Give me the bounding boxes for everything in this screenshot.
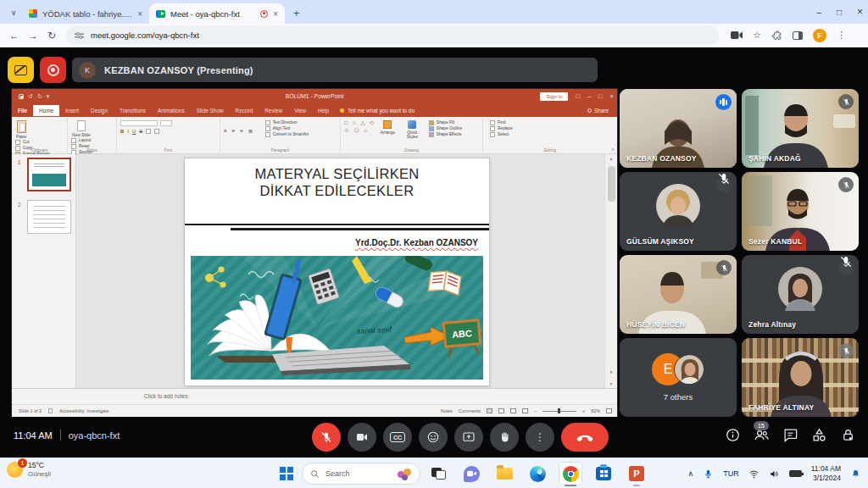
tray-clock[interactable]: 11:04 AM 3/1/2024 <box>811 464 841 483</box>
language-indicator[interactable]: TUR <box>723 469 739 478</box>
ppt-notes-pane[interactable]: Click to add notes <box>12 388 617 404</box>
text-direction-button[interactable]: Text Direction <box>265 119 309 125</box>
new-tab-button[interactable]: + <box>293 7 300 19</box>
list-align-icons[interactable]: ≡ ≡ ≡ ≣ <box>224 128 254 134</box>
wifi-icon[interactable] <box>748 469 760 480</box>
find-button[interactable]: Find <box>490 119 513 125</box>
ppt-tab-home[interactable]: Home <box>33 105 59 116</box>
present-button[interactable] <box>454 423 483 452</box>
slide-thumbnail-2[interactable] <box>27 200 71 234</box>
ppt-close-button[interactable]: × <box>610 92 614 100</box>
normal-view-icon[interactable] <box>487 408 492 413</box>
italic-button[interactable]: I <box>127 129 129 134</box>
next-slide-icon[interactable]: ▼ <box>605 381 617 386</box>
chat-app-button[interactable] <box>460 463 482 485</box>
tile-sahin[interactable]: ŞAHİN AKDAĞ <box>742 89 859 168</box>
font-name-box[interactable] <box>120 120 158 126</box>
site-settings-icon[interactable] <box>75 31 84 40</box>
stop-presenting-button[interactable] <box>8 57 34 83</box>
tab-yodak[interactable]: YÖDAK tablo - fahriye.altinay@ × <box>22 3 149 24</box>
recording-indicator-button[interactable] <box>40 57 66 83</box>
arrange-button[interactable]: Arrange <box>381 120 395 135</box>
change-case-button[interactable] <box>154 129 159 134</box>
start-button[interactable] <box>280 467 293 480</box>
scrollbar-thumb[interactable] <box>608 166 615 202</box>
tile-huseyin[interactable]: HÜSEYİN BİCEN <box>620 255 737 334</box>
reading-view-icon[interactable] <box>510 408 516 413</box>
ppt-tab-review[interactable]: Review <box>259 105 288 116</box>
accessibility-status[interactable]: Accessibility: Investigate <box>59 408 108 413</box>
comments-toggle[interactable]: Comments <box>459 408 481 413</box>
font-size-box[interactable] <box>160 120 172 126</box>
zoom-out-icon[interactable]: − <box>534 408 537 413</box>
tile-fahriye[interactable]: FAHRİYE ALTINAY <box>742 338 859 417</box>
cut-button[interactable]: Cut <box>15 139 50 145</box>
profile-avatar[interactable]: F <box>813 29 826 42</box>
shape-outline-button[interactable]: Shape Outline <box>429 125 462 131</box>
ppt-tab-view[interactable]: View <box>288 105 312 116</box>
ppt-tab-design[interactable]: Design <box>85 105 114 116</box>
file-explorer-button[interactable] <box>493 463 515 485</box>
taskbar-search[interactable]: Search <box>302 463 420 485</box>
ppt-ribbon-options-icon[interactable]: □ <box>576 92 580 100</box>
ppt-tell-me[interactable]: Tell me what you want to do <box>340 108 415 114</box>
weather-widget[interactable]: 1 15°C Güneşli <box>7 461 51 479</box>
tab-close-icon[interactable]: × <box>137 9 142 19</box>
scroll-down-icon[interactable]: ▼ <box>605 369 617 374</box>
align-text-button[interactable]: Align Text <box>265 125 309 131</box>
extensions-icon[interactable] <box>771 30 782 41</box>
ppt-vertical-scrollbar[interactable]: ▲ ▼ ▼ <box>604 154 617 388</box>
mic-toggle-button[interactable] <box>312 423 341 452</box>
bookmark-star-icon[interactable]: ☆ <box>753 30 761 41</box>
smartart-button[interactable]: Convert to SmartArt <box>265 131 309 137</box>
chat-icon[interactable] <box>782 427 798 443</box>
new-slide-button[interactable]: New Slide <box>72 120 91 137</box>
ppt-minimize-button[interactable]: – <box>587 92 591 100</box>
zoom-in-icon[interactable]: + <box>582 408 585 413</box>
leave-call-button[interactable] <box>561 423 609 452</box>
address-bar[interactable]: meet.google.com/oya-qbcn-fxt <box>66 26 719 45</box>
task-view-button[interactable] <box>427 463 449 485</box>
char-spacing-button[interactable] <box>146 129 151 134</box>
tab-capture-icon[interactable] <box>731 30 743 40</box>
slide-sorter-icon[interactable] <box>498 408 504 413</box>
tile-zehra[interactable]: Zehra Altınay <box>742 255 859 334</box>
camera-toggle-button[interactable] <box>348 423 376 452</box>
underline-button[interactable]: U <box>132 129 136 134</box>
reload-button[interactable]: ↻ <box>42 30 61 42</box>
slideshow-view-icon[interactable] <box>522 408 528 413</box>
ppt-slide-canvas[interactable]: MATERYAL SEÇİLİRKEN DİKKAT EDİLECEKLER Y… <box>76 154 604 388</box>
tile-sezer[interactable]: Sezer KANBUL <box>742 172 859 251</box>
tab-meet[interactable]: Meet - oya-qbcn-fxt × <box>149 3 285 24</box>
tile-gulsum[interactable]: GÜLSÜM AŞIKSOY <box>620 172 737 251</box>
scroll-up-icon[interactable]: ▲ <box>605 156 617 161</box>
ppt-restore-button[interactable]: □ <box>598 92 603 100</box>
store-button[interactable] <box>593 463 615 485</box>
browser-menu-icon[interactable]: ⋮ <box>837 30 846 41</box>
shape-effects-button[interactable]: Shape Effects <box>429 131 462 137</box>
layout-button[interactable]: Layout <box>71 137 92 143</box>
host-controls-icon[interactable] <box>840 427 856 443</box>
window-maximize-button[interactable]: □ <box>837 8 842 17</box>
shapes-gallery[interactable]: □ ○ △ ◇ ☆ ⬡ ⌂ <box>344 119 376 135</box>
raise-hand-button[interactable] <box>490 423 519 452</box>
tab-search-icon[interactable]: ∨ <box>7 6 20 19</box>
bold-button[interactable]: B <box>120 129 124 134</box>
edge-button[interactable] <box>526 463 548 485</box>
quick-styles-button[interactable]: Quick Styles <box>402 120 422 139</box>
ppt-share-button[interactable]: Share <box>587 108 609 114</box>
ppt-tab-transitions[interactable]: Transitions <box>114 105 152 116</box>
activities-icon[interactable] <box>811 427 827 443</box>
tray-mic-icon[interactable] <box>703 469 714 480</box>
ppt-tab-help[interactable]: Help <box>312 105 335 116</box>
ppt-tab-slideshow[interactable]: Slide Show <box>191 105 230 116</box>
paste-button[interactable]: Paste <box>16 120 26 139</box>
back-button[interactable]: ← <box>5 30 24 42</box>
powerpoint-button[interactable]: P <box>626 463 648 485</box>
captions-button[interactable]: CC <box>383 423 412 452</box>
meeting-details-icon[interactable] <box>725 427 741 443</box>
url-text[interactable]: meet.google.com/oya-qbcn-fxt <box>91 30 199 40</box>
notifications-bell-icon[interactable] <box>850 469 861 480</box>
zoom-level[interactable]: 82% <box>591 408 600 413</box>
collapse-ribbon-icon[interactable]: ∧ <box>611 147 615 152</box>
